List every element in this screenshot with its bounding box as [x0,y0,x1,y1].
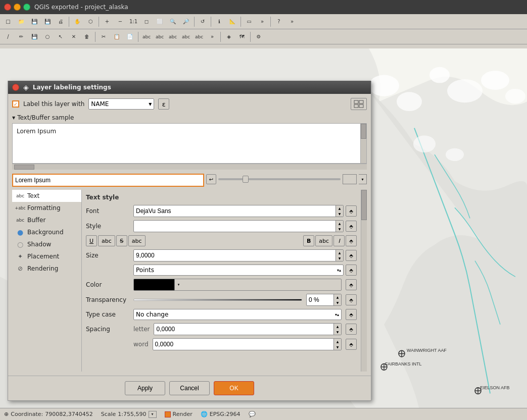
size-spin-down[interactable]: ▼ [336,255,343,261]
color-picker[interactable]: ▾ [133,279,342,291]
style-spin-down[interactable]: ▼ [336,226,343,232]
style-input[interactable]: ▲ ▼ [133,220,344,232]
font-value[interactable] [134,205,336,217]
right-panel-scroll-thumb[interactable] [361,190,367,220]
label5-btn[interactable]: abc [193,31,205,43]
slider-thumb[interactable] [243,176,249,183]
preview-scrollbar[interactable] [360,124,366,163]
right-panel-scrollbar[interactable] [361,190,367,372]
sample-header[interactable]: ▼ Text/Buffer sample [12,114,367,121]
deselect-btn[interactable]: ✕ [68,31,80,43]
label4-btn[interactable]: abc [180,31,192,43]
zoom-out-btn[interactable]: − [114,16,126,28]
identify-btn[interactable]: ℹ [213,16,225,28]
message-item[interactable]: 💬 [249,411,256,417]
color-drop-btn[interactable]: ▾ [174,279,182,290]
letter-input[interactable]: ▲ ▼ [154,323,342,335]
sidebar-item-text[interactable]: abc Text [12,190,81,202]
transparency-slider[interactable] [133,299,302,301]
font-input[interactable]: ▲ ▼ [133,205,344,217]
transp-spin-up[interactable]: ▲ [334,294,341,300]
color-dropdown-btn[interactable]: ▾ [359,174,367,184]
size-unit-dropdown[interactable]: Points ▾▴ [133,265,344,276]
sample-input[interactable]: Lorem Ipsum [12,174,204,187]
undo-sample-btn[interactable]: ↩ [206,174,216,184]
open-btn[interactable]: 📁 [15,16,27,28]
letter-spin-down[interactable]: ▼ [334,329,341,335]
save-as-btn[interactable]: 💾 [41,16,54,28]
word-value[interactable] [153,339,334,350]
bold-btn[interactable]: B [303,235,314,246]
pan-live-btn[interactable]: 🔎 [180,16,192,28]
zoom-full-btn[interactable]: ⬜ [154,16,166,28]
zoom-in-btn[interactable]: + [101,16,113,28]
maximize-button[interactable] [23,4,30,11]
select-edit-btn[interactable]: ↖ [55,31,67,43]
word-input[interactable]: ▲ ▼ [153,338,342,350]
size-input[interactable]: ▲ ▼ [133,249,344,261]
ok-button[interactable]: OK [214,381,254,395]
render-item[interactable]: Render [165,411,193,417]
delete-btn[interactable]: 🗑 [81,31,93,43]
sidebar-item-background[interactable]: ● Background [12,226,81,238]
h-scrollbar[interactable] [12,164,367,170]
copy-edit-btn[interactable]: 📋 [111,31,123,43]
style-btns-copy-btn[interactable]: ⬘ [346,235,357,246]
h-scroll-thumb[interactable] [14,165,34,170]
dialog-close-button[interactable] [12,84,19,91]
font-spin-down[interactable]: ▼ [336,211,343,217]
bold-label-btn[interactable]: abc [315,235,332,246]
zoom-select-btn[interactable]: 🔍 [167,16,179,28]
extra-btn[interactable]: » [286,16,298,28]
underline-btn[interactable]: U [86,235,97,246]
refresh-btn[interactable]: ↺ [197,16,209,28]
letter-spin-up[interactable]: ▲ [334,324,341,329]
size-unit-copy-btn[interactable]: ⬘ [346,265,357,276]
edit-pen-btn[interactable]: ✏ [15,31,27,43]
cancel-button[interactable]: Cancel [169,381,210,395]
epsilon-button[interactable]: ε [158,98,169,110]
paste-btn[interactable]: 📄 [124,31,136,43]
preview-scroll-thumb[interactable] [361,124,366,139]
transp-spin-down[interactable]: ▼ [334,300,341,305]
minimize-button[interactable] [14,4,21,11]
size-copy-btn[interactable]: ⬘ [346,250,357,261]
label-btn[interactable]: abc [140,31,153,43]
digitize-btn[interactable]: ○ [41,31,54,43]
new-btn[interactable]: □ [2,16,14,28]
field-name-dropdown[interactable]: NAME ▾ [88,98,154,110]
map-btn[interactable]: 🗺 [236,31,248,43]
label2-btn[interactable]: abc [154,31,166,43]
font-copy-btn[interactable]: ⬘ [346,205,357,217]
style-spin-up[interactable]: ▲ [336,221,343,226]
sidebar-item-shadow[interactable]: ○ Shadow [12,238,81,250]
letter-value[interactable] [154,324,333,335]
zoom-layer-btn[interactable]: ◻ [140,16,153,28]
size-value[interactable] [134,250,336,261]
select-rect-btn[interactable]: ▭ [243,16,255,28]
type-case-dropdown[interactable]: No change ▾▴ [133,309,342,320]
label-checkbox[interactable] [12,100,19,108]
more-btn[interactable]: » [256,16,268,28]
transparency-copy-btn[interactable]: ⬘ [346,294,357,305]
pencil-btn[interactable]: / [2,31,14,43]
sidebar-item-placement[interactable]: ✦ Placement [12,250,81,262]
apply-button[interactable]: Apply [125,381,165,395]
grid-button[interactable] [351,98,367,110]
color-box[interactable] [134,279,174,290]
strikethrough-s-btn[interactable]: S [116,235,127,246]
sidebar-item-formatting[interactable]: +abc Formatting [12,202,81,214]
measure-btn[interactable]: 📐 [226,16,238,28]
help-btn[interactable]: ? [273,16,285,28]
zoom-native-btn[interactable]: 1:1 [127,16,139,28]
strikethrough-btn[interactable]: abc [98,235,115,246]
settings-btn[interactable]: ⚙ [253,31,265,43]
word-copy-btn[interactable]: ⬘ [346,339,357,350]
select-btn[interactable]: ⬡ [84,16,97,28]
feature-btn[interactable]: ◈ [223,31,235,43]
sidebar-item-buffer[interactable]: abc Buffer [12,214,81,226]
window-controls[interactable] [4,4,30,11]
letter-copy-btn[interactable]: ⬘ [346,324,357,335]
font-spin-up[interactable]: ▲ [336,205,343,211]
scale-dropdown-btn[interactable]: ▾ [149,411,157,418]
